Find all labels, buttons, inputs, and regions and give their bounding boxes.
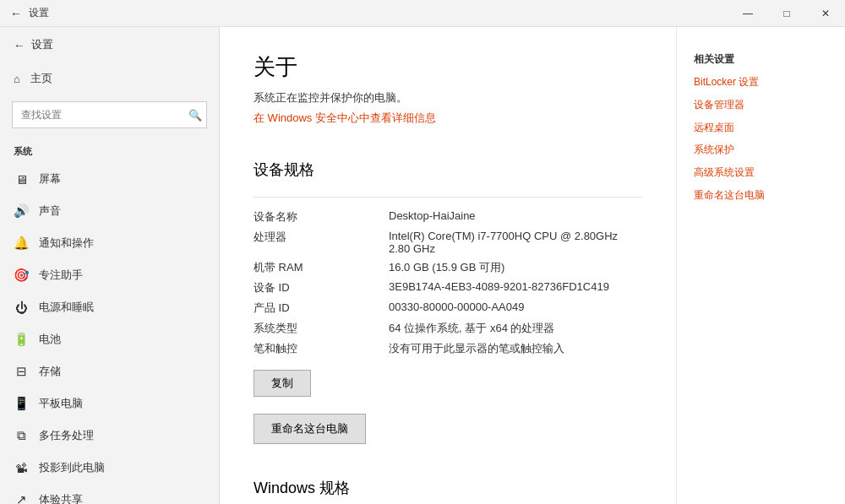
related-link-3[interactable]: 系统保护 [694, 143, 828, 157]
sidebar: ← 设置 ⌂ 主页 🔍 系统 🖥 屏幕 🔊 声音 🔔 通知和操 [0, 27, 220, 504]
device-value-0: Desktop-HaiJaine [389, 209, 642, 225]
related-link-0[interactable]: BitLocker 设置 [694, 75, 828, 89]
related-title: 相关设置 [694, 52, 828, 67]
device-label-1: 处理器 [254, 230, 372, 255]
storage-icon: ⊟ [14, 364, 29, 379]
focus-label: 专注助手 [39, 268, 83, 283]
project-icon: 📽 [14, 461, 29, 475]
main-content: 关于 系统正在监控并保护你的电脑。 在 Windows 安全中心中查看详细信息 … [220, 27, 676, 504]
rename-button[interactable]: 重命名这台电脑 [254, 414, 366, 444]
home-label: 主页 [30, 71, 52, 86]
battery-label: 电池 [39, 332, 61, 347]
copy-button[interactable]: 复制 [254, 370, 311, 397]
project-label: 投影到此电脑 [39, 460, 105, 475]
sidebar-section-title: 系统 [0, 135, 219, 163]
device-value-1: Intel(R) Core(TM) i7-7700HQ CPU @ 2.80GH… [389, 230, 642, 255]
device-label-6: 笔和触控 [254, 341, 372, 356]
device-value-3: 3E9B174A-4EB3-4089-9201-82736FD1C419 [389, 280, 642, 295]
device-section-title: 设备规格 [254, 160, 642, 185]
multitask-label: 多任务处理 [39, 428, 94, 443]
sidebar-item-notifications[interactable]: 🔔 通知和操作 [0, 227, 219, 259]
sidebar-item-tablet[interactable]: 📱 平板电脑 [0, 387, 219, 420]
close-button[interactable]: ✕ [806, 0, 845, 27]
maximize-button[interactable]: □ [767, 0, 806, 27]
search-input[interactable] [12, 101, 207, 128]
page-title: 关于 [254, 52, 642, 82]
related-link-5[interactable]: 重命名这台电脑 [694, 188, 828, 203]
device-divider [254, 197, 642, 198]
sound-label: 声音 [39, 203, 61, 219]
device-label-3: 设备 ID [254, 280, 372, 295]
related-link-1[interactable]: 设备管理器 [694, 98, 828, 112]
screen-label: 屏幕 [39, 171, 61, 187]
search-icon[interactable]: 🔍 [188, 109, 202, 122]
settings-window: ← 设置 — □ ✕ ← 设置 ⌂ 主页 🔍 系统 🖥 [0, 0, 845, 504]
sidebar-item-shared[interactable]: ↗ 体验共享 [0, 484, 219, 504]
window-title: 设置 [29, 6, 49, 20]
search-box: 🔍 [12, 101, 207, 128]
sound-icon: 🔊 [14, 203, 29, 219]
title-bar: ← 设置 — □ ✕ [0, 0, 845, 27]
shared-label: 体验共享 [39, 492, 83, 504]
power-label: 电源和睡眠 [39, 300, 94, 315]
back-icon: ← [14, 39, 25, 51]
focus-icon: 🎯 [14, 268, 29, 283]
home-icon: ⌂ [14, 73, 20, 85]
window-title-sidebar: 设置 [31, 37, 53, 52]
content-area: ← 设置 ⌂ 主页 🔍 系统 🖥 屏幕 🔊 声音 🔔 通知和操 [0, 27, 845, 504]
device-label-4: 产品 ID [254, 301, 372, 316]
device-value-6: 没有可用于此显示器的笔或触控输入 [389, 341, 642, 356]
sidebar-item-sound[interactable]: 🔊 声音 [0, 195, 219, 227]
sidebar-item-multitask[interactable]: ⧉ 多任务处理 [0, 420, 219, 452]
title-bar-left: ← 设置 [10, 6, 49, 20]
device-label-0: 设备名称 [254, 209, 372, 225]
window-controls: — □ ✕ [728, 0, 845, 27]
shared-icon: ↗ [14, 492, 29, 504]
storage-label: 存储 [39, 364, 61, 379]
related-link-4[interactable]: 高级系统设置 [694, 165, 828, 180]
sidebar-item-focus[interactable]: 🎯 专注助手 [0, 259, 219, 291]
screen-icon: 🖥 [14, 172, 29, 187]
security-notice: 系统正在监控并保护你的电脑。 [254, 90, 642, 106]
windows-section-title: Windows 规格 [254, 478, 642, 503]
notifications-icon: 🔔 [14, 236, 29, 251]
device-label-2: 机带 RAM [254, 260, 372, 275]
related-link-2[interactable]: 远程桌面 [694, 121, 828, 135]
sidebar-item-power[interactable]: ⏻ 电源和睡眠 [0, 291, 219, 323]
device-value-5: 64 位操作系统, 基于 x64 的处理器 [389, 321, 642, 336]
device-info-grid: 设备名称 Desktop-HaiJaine 处理器 Intel(R) Core(… [254, 209, 642, 356]
tablet-icon: 📱 [14, 396, 29, 411]
sidebar-item-battery[interactable]: 🔋 电池 [0, 323, 219, 355]
power-icon: ⏻ [14, 301, 29, 315]
right-panel: 相关设置 BitLocker 设置 设备管理器 远程桌面 系统保护 高级系统设置… [676, 27, 845, 504]
tablet-label: 平板电脑 [39, 396, 83, 411]
battery-icon: 🔋 [14, 332, 29, 347]
sidebar-item-screen[interactable]: 🖥 屏幕 [0, 163, 219, 195]
back-arrow-icon[interactable]: ← [10, 7, 22, 20]
notifications-label: 通知和操作 [39, 236, 94, 251]
minimize-button[interactable]: — [728, 0, 767, 27]
sidebar-item-project[interactable]: 📽 投影到此电脑 [0, 452, 219, 484]
sidebar-item-home[interactable]: ⌂ 主页 [0, 62, 219, 95]
multitask-icon: ⧉ [14, 428, 29, 443]
sidebar-item-storage[interactable]: ⊟ 存储 [0, 355, 219, 387]
device-value-4: 00330-80000-00000-AA049 [389, 301, 642, 316]
security-link[interactable]: 在 Windows 安全中心中查看详细信息 [254, 111, 436, 126]
device-label-5: 系统类型 [254, 321, 372, 336]
device-value-2: 16.0 GB (15.9 GB 可用) [389, 260, 642, 275]
back-button[interactable]: ← 设置 [0, 27, 219, 62]
